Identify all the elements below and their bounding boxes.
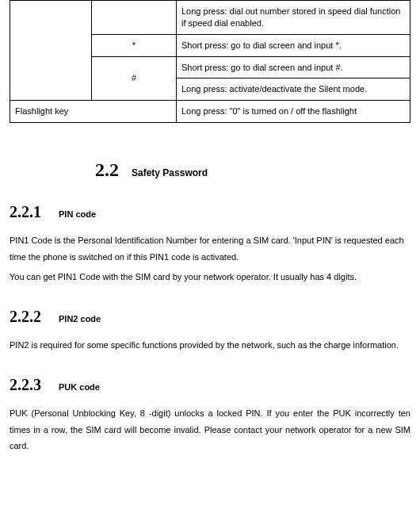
paragraph: PIN1 Code is the Personal Identification… xyxy=(10,232,410,266)
paragraph: You can get PIN1 Code with the SIM card … xyxy=(10,269,410,285)
section-title: PIN2 code xyxy=(59,314,101,324)
table-row: Flashlight key Long press: "0" is turned… xyxy=(10,101,410,123)
section-2-2-2-heading: 2.2.2 PIN2 code xyxy=(10,308,410,326)
cell-sym-hash: # xyxy=(92,56,177,101)
section-2-2-heading: 2.2 Safety Password xyxy=(95,159,410,181)
cell-desc: Long press: dial out number stored in sp… xyxy=(177,1,410,35)
cell-desc: Short press: go to dial screen and input… xyxy=(177,34,410,56)
cell-key-blank xyxy=(10,1,92,101)
section-number: 2.2.3 xyxy=(10,376,41,394)
section-number: 2.2 xyxy=(95,159,119,181)
cell-desc: Long press: activate/deactivate the Sile… xyxy=(177,79,410,101)
section-number: 2.2.1 xyxy=(10,203,41,221)
section-number: 2.2.2 xyxy=(10,308,41,326)
section-2-2-3-heading: 2.2.3 PUK code xyxy=(10,376,410,394)
cell-sym-star: * xyxy=(92,34,177,56)
paragraph: PUK (Personal Unblocking Key, 8 -digit) … xyxy=(10,405,410,455)
section-2-2-1-heading: 2.2.1 PIN code xyxy=(10,203,410,221)
section-title: Safety Password xyxy=(132,167,208,178)
table-row: Long press: dial out number stored in sp… xyxy=(10,1,410,35)
keys-table: Long press: dial out number stored in sp… xyxy=(10,0,410,123)
section-title: PIN code xyxy=(59,209,96,219)
cell-sym-blank xyxy=(92,1,177,35)
paragraph: PIN2 is required for some specific funct… xyxy=(10,337,410,354)
section-title: PUK code xyxy=(59,382,100,392)
cell-key-flashlight: Flashlight key xyxy=(10,101,177,123)
cell-desc: Long press: "0" is turned on / off the f… xyxy=(177,101,410,123)
cell-desc: Short press: go to dial screen and input… xyxy=(177,56,410,79)
